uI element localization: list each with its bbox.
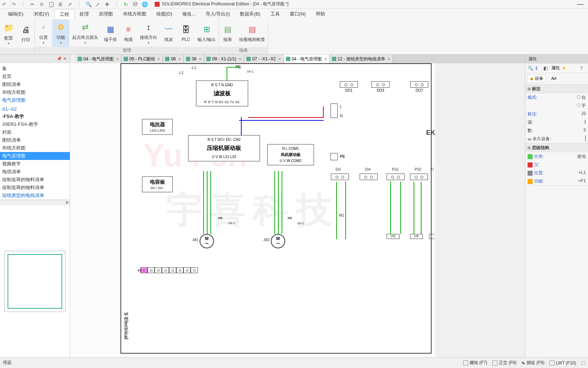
ribbon-wiring-dir-button[interactable]: ↕接线方向▼ [137,19,160,47]
zoom-fit-icon[interactable]: ⤢ [95,1,101,7]
close-icon[interactable]: ✕ [199,57,202,61]
source-row[interactable]: 源: J [525,118,588,126]
do-block[interactable]: DO7 [410,81,428,88]
ribbon-function-button[interactable]: ⚙功能▼ [52,19,69,47]
di-block[interactable] [360,174,378,180]
ps-block[interactable] [387,174,405,180]
document-tab[interactable]: 07 - -X1--X2✕ [244,55,283,63]
menu-schematic[interactable]: 原理图 [94,9,118,19]
document-tab[interactable]: 04 - 电气原理图✕ [76,55,122,63]
ribbon-cable-button[interactable]: ≡电缆 [120,19,137,47]
menu-view[interactable]: 浏览(V) [28,9,54,19]
copy-icon[interactable]: ⎘ [39,1,45,7]
ribbon-io-button[interactable]: ⊞输入/输出 [195,19,219,47]
horizontal-scrollbar[interactable] [0,200,70,206]
pan-icon[interactable]: ✥ [104,1,110,7]
class-row[interactable]: 分类: 接地 [525,152,588,161]
redo-icon[interactable]: ↷ [11,1,17,7]
document-tab[interactable]: 05 - PLC图纸✕ [122,55,163,63]
capacitor-block[interactable]: 电容板 DC+ DC- [142,176,173,192]
close-icon[interactable]: ✕ [157,57,160,61]
grid-toggle[interactable]: 栅格 (F7) [463,360,487,366]
undo-icon[interactable]: ↶ [1,1,7,7]
document-tab[interactable]: 12 - 按线类型的电线清单✕ [330,55,393,63]
close-icon[interactable]: ✕ [278,57,281,61]
new-doc-icon[interactable]: 🗎 [58,1,63,7]
tree-item[interactable]: -FSA-教学 [0,112,70,120]
ribbon-harness-button[interactable]: 〰线束 [160,19,177,47]
document-tab[interactable]: 38✕ [184,55,204,63]
ribbon-terminal-button[interactable]: ▦端子排 [101,19,120,47]
menu-database[interactable]: 数据库(B) [235,9,265,19]
reactor-block[interactable]: 电抗器 L1/I1 L2/I2 [142,119,173,135]
ribbon-print-button[interactable]: 🖨 打印 [17,19,35,48]
close-icon[interactable]: ✕ [387,57,391,61]
info-icon[interactable]: ℹ [535,65,541,71]
ribbon-location-button[interactable]: ▫位置▼ [35,19,52,47]
cut-icon[interactable]: ✂ [29,1,35,7]
pin-icon[interactable]: 📌 [57,56,62,61]
mark-row[interactable]: 标注: J3 [525,110,588,118]
menu-draw[interactable]: 绘图(D) [151,9,177,19]
location-row[interactable]: 位置: +L1 [525,169,588,177]
hs-block[interactable]: HS [410,234,423,239]
preview-thumbnail[interactable] [4,251,65,312]
refresh-icon[interactable]: ↻ [123,1,129,7]
radio-auto[interactable] [577,95,580,99]
nav-icon[interactable]: ◧ [543,65,549,71]
help-icon[interactable]: ? [580,65,586,71]
do-block[interactable]: DO3 [372,81,389,88]
ribbon-report-button[interactable]: ▤报表 [219,19,236,47]
tree-item[interactable]: 图纸清单 [0,136,70,144]
menu-project[interactable]: 工程 [54,9,74,19]
tree-item[interactable]: 按制造商的物料清单 [0,176,70,184]
permanent-row[interactable]: ∞ 永久设备: [525,135,588,143]
properties-tab[interactable]: 属性 [551,65,560,71]
snap-toggle[interactable]: ⬉捕捉 (F9) [521,360,544,366]
close-icon[interactable]: ✕ [116,57,119,61]
compressor-drive-block[interactable]: R S T DC+ DC- CN2 压缩机驱动板 U V W L/I1 L/I2 [188,135,260,161]
document-tab[interactable]: 09 - X1-(1/1)✕ [204,55,244,63]
do-block[interactable]: DO1 [340,81,358,88]
paste-icon[interactable]: 📋 [48,1,54,7]
tree-item[interactable]: 布线方框图 [0,88,70,96]
hs-block[interactable]: HS [387,234,400,239]
document-tab[interactable]: 06✕ [163,55,183,63]
close-icon[interactable]: ✕ [324,57,327,61]
ribbon-arrow-button[interactable]: ⇄起点终点箭头▼ [69,19,101,47]
close-icon[interactable]: ✕ [238,57,242,61]
search-icon[interactable]: 🔍 [528,65,533,71]
menu-tools[interactable]: 工具 [265,9,285,19]
menu-import-export[interactable]: 导入/导出(I) [201,9,235,19]
filter-board-block[interactable]: R S T N GND 滤波板 R' S' T' N' R1' S1' T1' … [196,80,248,106]
device-tab[interactable]: ◆设备 [528,74,546,83]
tree-item[interactable]: 图纸清单 [0,80,70,88]
ortho-toggle[interactable]: 正交 (F8) [492,360,516,366]
tree-item[interactable]: 按制造商的物料清单 [0,184,70,192]
close-icon[interactable]: ✕ [63,56,68,61]
count-row[interactable]: 数: 3 [525,126,588,135]
lwt-toggle[interactable]: LWT (F10) [550,360,576,365]
tree-item[interactable]: 20ER1-FSA-教学 [0,120,70,128]
parent-row[interactable]: 父: [525,161,588,169]
tree-item[interactable]: 按线类型的电线清单 [0,192,70,199]
menu-process[interactable]: 处理 [74,9,94,19]
menu-linediagram[interactable]: 布线方框图 [118,9,151,19]
menu-modify[interactable]: 修改... [177,9,201,19]
export-icon[interactable]: ↗ [67,1,73,7]
ln-block[interactable] [331,104,338,118]
fan-drive-block[interactable]: N L COM1 风机驱动板 U V W COM2 [267,144,314,165]
document-tab[interactable]: 04 - 电气原理图✕ [284,55,330,63]
menu-window[interactable]: 窗口(N) [285,9,311,19]
star-icon[interactable]: ★ [562,65,568,71]
terminal-strip[interactable] [140,267,198,274]
menu-edit[interactable]: 编辑(E) [3,9,28,19]
drawing-canvas[interactable]: 宇喜科技 Yu i ch S Electrical -L1 -L1 PE 04-… [70,63,435,357]
motor-symbol[interactable]: M〜 [200,234,214,248]
di-block[interactable] [331,174,349,180]
tree-item[interactable]: 电气原理图 [0,96,70,104]
tree-item[interactable]: 封面 [0,128,70,136]
function-row[interactable]: 功能: =F1 [525,177,588,185]
radio-manual[interactable] [577,104,580,107]
tree-item[interactable]: 布线方框图 [0,144,70,152]
